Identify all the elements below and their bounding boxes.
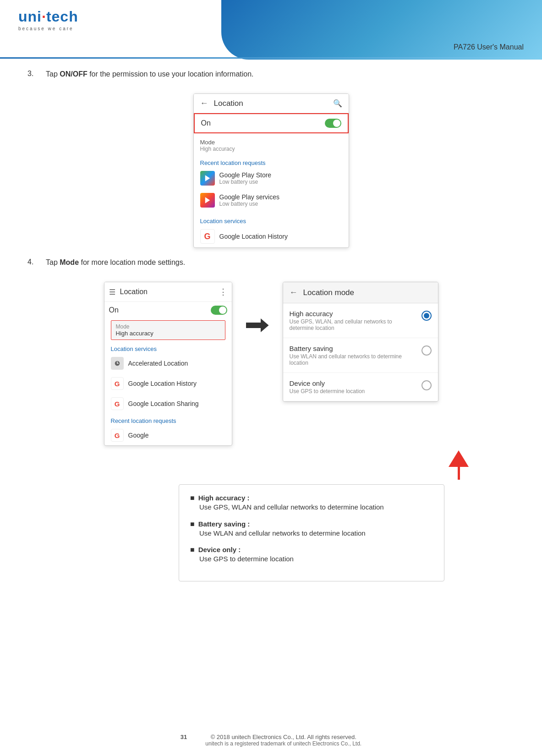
services-label: Location services <box>194 211 349 225</box>
screen2-google: G Google <box>104 425 232 445</box>
screen2-google-text: Google <box>128 432 225 439</box>
radio-battery[interactable] <box>422 345 432 356</box>
manual-title: PA726 User's Manual <box>454 43 524 51</box>
page-content: 3. Tap ON/OFF for the permission to use … <box>0 60 542 600</box>
step-3-bold: ON/OFF <box>60 70 87 78</box>
mode-highlight-value: High accuracy <box>116 330 220 337</box>
logo-tagline: because we care <box>18 26 78 31</box>
screen3-title: Location mode <box>303 288 355 297</box>
step-4: 4. Tap Mode for more location mode setti… <box>27 257 515 268</box>
app2-sub: Low battery use <box>219 201 342 207</box>
app2-text: Google Play services Low battery use <box>219 193 342 207</box>
mode-value: High accuracy <box>200 146 342 152</box>
radio-device[interactable] <box>422 380 432 390</box>
play-services-icon <box>200 193 215 208</box>
app1-text: Google Play Store Low battery use <box>219 171 342 185</box>
screen-location-2: ☰ Location ⋮ On Mode High accuracy Locat… <box>104 282 232 446</box>
screen2-toggle[interactable] <box>211 306 227 315</box>
up-arrow-icon <box>449 450 469 467</box>
bullet-2: ■ <box>190 520 195 528</box>
up-arrow-line <box>458 467 460 480</box>
screen-location-mode: ← Location mode High accuracy Use GPS, W… <box>283 282 438 402</box>
accel-icon <box>111 357 124 370</box>
logo: uni·tech <box>18 8 78 25</box>
mode-highlight-label: Mode <box>116 323 220 330</box>
up-arrow-group <box>449 450 469 480</box>
app2-name: Google Play services <box>219 193 342 201</box>
bullet-3: ■ <box>190 546 195 554</box>
info-item-1: ■ High accuracy : Use GPS, WLAN and cell… <box>190 494 433 513</box>
on-label: On <box>201 119 325 127</box>
step-4-bold: Mode <box>60 258 79 266</box>
step4-screenshots: ☰ Location ⋮ On Mode High accuracy Locat… <box>27 282 515 446</box>
screen2-accel: Accelerated Location <box>104 353 232 373</box>
info-box: ■ High accuracy : Use GPS, WLAN and cell… <box>179 484 444 581</box>
screen2-accel-name: Accelerated Location <box>128 360 225 367</box>
recent-label: Recent location requests <box>194 153 349 167</box>
mode-option-high-text: High accuracy Use GPS, WLAN, and cellula… <box>290 310 417 331</box>
header-line <box>0 57 542 59</box>
play-store-icon <box>200 171 215 186</box>
step3-screenshots: ← Location 🔍 On Mode High accuracy Recen… <box>27 93 515 248</box>
radio-high[interactable] <box>422 311 432 321</box>
screen3-header: ← Location mode <box>283 282 438 303</box>
info-item-2-bold: Battery saving : <box>198 520 250 528</box>
screen2-google-name: Google <box>128 432 225 439</box>
mode-high-sub: Use GPS, WLAN, and cellular networks to … <box>290 318 417 331</box>
screen2-history-text: Google Location History <box>128 380 225 387</box>
app2-item: Google Play services Low battery use <box>194 189 349 211</box>
up-arrow-area <box>27 450 469 480</box>
mode-option-device[interactable]: Device only Use GPS to determine locatio… <box>283 373 438 401</box>
screen2-sharing-text: Google Location Sharing <box>128 400 225 407</box>
screen2-recent-label: Recent location requests <box>104 414 232 425</box>
mode-device-name: Device only <box>290 379 417 387</box>
mode-high-name: High accuracy <box>290 310 417 318</box>
page-header: uni·tech because we care PA726 User's Ma… <box>0 0 542 60</box>
back-arrow-icon: ← <box>200 99 208 108</box>
info-item-2: ■ Battery saving : Use WLAN and cellular… <box>190 520 433 539</box>
arrow-right-icon <box>246 318 269 332</box>
screen2-sharing-name: Google Location Sharing <box>128 400 225 407</box>
screen2-on-row[interactable]: On <box>104 302 232 318</box>
screen2-sharing: G Google Location Sharing <box>104 394 232 414</box>
step-4-num: 4. <box>27 257 46 266</box>
screen-location-header: ← Location 🔍 <box>194 94 349 113</box>
info-item-3-title: ■ Device only : <box>190 546 433 554</box>
screen2-google-icon: G <box>111 377 124 390</box>
screen2-google-icon2: G <box>111 397 124 410</box>
screen2-header: ☰ Location ⋮ <box>104 282 232 302</box>
screen2-google-icon3: G <box>111 429 124 442</box>
mode-option-high[interactable]: High accuracy Use GPS, WLAN, and cellula… <box>283 303 438 338</box>
step-3: 3. Tap ON/OFF for the permission to use … <box>27 69 515 80</box>
arrow-container <box>246 282 269 332</box>
info-item-3-bold: Device only : <box>198 546 241 553</box>
mode-option-battery[interactable]: Battery saving Use WLAN and cellular net… <box>283 338 438 373</box>
mode-device-sub: Use GPS to determine location <box>290 388 417 394</box>
screen2-title: Location <box>120 288 219 296</box>
app1-name: Google Play Store <box>219 171 342 179</box>
step-3-num: 3. <box>27 69 46 78</box>
footer-row: 31 © 2018 unitech Electronics Co., Ltd. … <box>0 734 542 747</box>
svg-marker-0 <box>205 175 210 181</box>
logo-dot: · <box>42 8 46 25</box>
mode-option-battery-text: Battery saving Use WLAN and cellular net… <box>290 345 417 366</box>
page-footer: 31 © 2018 unitech Electronics Co., Ltd. … <box>0 734 542 747</box>
mode-battery-sub: Use WLAN and cellular networks to determ… <box>290 353 417 366</box>
footer-line2: unitech is a registered trademark of uni… <box>205 740 361 747</box>
history-name: Google Location History <box>219 233 342 240</box>
screen2-history-name: Google Location History <box>128 380 225 387</box>
screen2-history: G Google Location History <box>104 373 232 394</box>
screen2-services-label: Location services <box>104 342 232 353</box>
on-toggle-row[interactable]: On <box>194 113 349 133</box>
toggle-switch[interactable] <box>325 119 341 128</box>
info-item-1-desc: Use GPS, WLAN and cellular networks to d… <box>199 502 433 513</box>
history-item: G Google Location History <box>194 225 349 247</box>
screen-location-title: Location <box>214 99 333 108</box>
svg-marker-1 <box>205 197 210 203</box>
app1-sub: Low battery use <box>219 179 342 185</box>
bullet-1: ■ <box>190 494 195 502</box>
footer-line1: © 2018 unitech Electronics Co., Ltd. All… <box>205 734 361 740</box>
step-4-text: Tap Mode for more location mode settings… <box>46 257 185 268</box>
info-item-2-desc: Use WLAN and cellular networks to determ… <box>199 528 433 539</box>
mode-highlight[interactable]: Mode High accuracy <box>111 320 225 340</box>
